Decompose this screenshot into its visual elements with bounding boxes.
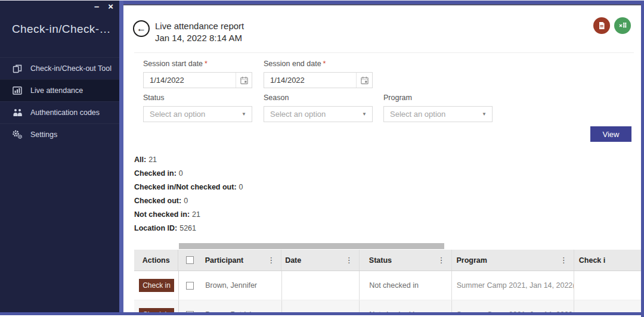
session-end-date-label: Session end date* xyxy=(264,60,326,68)
export-actions xyxy=(593,17,631,34)
column-menu-icon[interactable]: ⋮ xyxy=(345,256,359,265)
excel-icon xyxy=(618,21,627,30)
sidebar-content-divider xyxy=(119,0,123,315)
chart-icon xyxy=(12,86,23,95)
program-cell: Summer Camp 2021, Jan 14, 2022(9:00 A... xyxy=(452,300,574,313)
minimize-icon[interactable]: – xyxy=(94,2,99,11)
table-row: Check in Brown, Jennifer Not checked in … xyxy=(134,271,641,300)
back-button[interactable]: ← xyxy=(133,20,150,37)
column-menu-icon[interactable]: ⋮ xyxy=(438,256,451,265)
season-dropdown[interactable]: Select an option ▼ xyxy=(264,106,373,122)
required-asterisk: * xyxy=(205,60,208,68)
gears-icon xyxy=(12,130,23,139)
column-header-actions: Actions xyxy=(134,250,178,271)
column-label: Program xyxy=(457,256,487,265)
session-start-date-label: Session start date* xyxy=(143,60,208,68)
participant-name: Brown, Jennifer xyxy=(205,281,257,290)
row-checkbox[interactable] xyxy=(186,282,194,290)
sidebar-item-live-attendance[interactable]: Live attendance xyxy=(0,79,119,101)
people-icon xyxy=(12,108,23,117)
app-window: – × Check-in/Check-… Check-in/Check-out … xyxy=(0,0,644,317)
chevron-down-icon: ▼ xyxy=(236,111,252,117)
export-pdf-button[interactable] xyxy=(593,17,610,34)
actions-cell: Check in xyxy=(134,271,179,300)
header-divider xyxy=(134,52,634,53)
status-dropdown[interactable]: Select an option ▼ xyxy=(143,106,252,122)
chevron-down-icon: ▼ xyxy=(357,111,372,117)
program-dropdown[interactable]: Select an option ▼ xyxy=(383,106,493,122)
column-menu-icon[interactable]: ⋮ xyxy=(267,256,281,265)
summary-value: 0 xyxy=(184,197,188,205)
status-value: Not checked in xyxy=(369,281,419,290)
participant-cell: Brown, Patrick xyxy=(201,300,281,313)
column-label: Participant xyxy=(205,256,244,265)
window-title-bar xyxy=(119,0,644,5)
summary-value: 0 xyxy=(239,183,243,191)
calendar-icon[interactable] xyxy=(236,73,252,88)
summary-label: Checked in: xyxy=(134,169,177,178)
sidebar-item-label: Check-in/Check-out Tool xyxy=(30,64,112,73)
table-header-row: Actions Participant⋮ Date⋮ Status⋮ Progr… xyxy=(134,250,641,271)
select-all-checkbox[interactable] xyxy=(186,256,194,264)
window-controls: – × xyxy=(94,2,113,11)
date-cell xyxy=(282,271,360,300)
sidebar-menu: Check-in/Check-out Tool Live attendance xyxy=(0,57,119,145)
date-cell xyxy=(282,300,360,313)
column-header-checkin[interactable]: Check i xyxy=(574,250,641,271)
label-text: Session end date xyxy=(264,60,321,68)
table-row: Check in Brown, Patrick Not checked in S… xyxy=(134,300,641,313)
date-value: 1/14/2022 xyxy=(264,76,356,85)
column-label: Status xyxy=(369,256,392,265)
column-menu-icon[interactable]: ⋮ xyxy=(560,256,574,265)
program-label: Program xyxy=(383,94,412,102)
column-header-participant[interactable]: Participant⋮ xyxy=(201,250,281,271)
dropdown-placeholder: Select an option xyxy=(384,110,476,119)
actions-cell: Check in xyxy=(134,300,179,313)
summary-checked-out: Checked out:0 xyxy=(134,197,243,210)
summary-value: 0 xyxy=(179,169,183,178)
window-top-edge xyxy=(0,0,644,1)
summary-all: All:21 xyxy=(134,156,243,169)
summary-checked-in-not-out: Checked in/Not checked out:0 xyxy=(134,183,243,197)
pdf-icon xyxy=(597,21,606,30)
checkin-time-cell xyxy=(574,271,641,300)
select-all-cell xyxy=(178,250,200,271)
summary-label: Checked in/Not checked out: xyxy=(134,183,237,191)
row-select-cell xyxy=(179,271,201,300)
status-label: Status xyxy=(143,94,164,102)
session-end-date-input[interactable]: 1/14/2022 xyxy=(264,72,373,88)
sidebar-item-label: Settings xyxy=(30,130,57,139)
pages-icon xyxy=(12,64,23,73)
required-asterisk: * xyxy=(323,60,326,68)
column-header-date[interactable]: Date⋮ xyxy=(281,250,360,271)
check-in-button[interactable]: Check in xyxy=(139,279,174,292)
row-select-cell xyxy=(179,300,201,313)
session-start-date-input[interactable]: 1/14/2022 xyxy=(143,72,252,88)
sidebar-item-checkin-checkout-tool[interactable]: Check-in/Check-out Tool xyxy=(0,57,119,79)
chevron-down-icon: ▼ xyxy=(476,111,492,117)
summary-label: All: xyxy=(134,156,146,164)
sidebar-item-label: Live attendance xyxy=(30,86,83,95)
status-cell: Not checked in xyxy=(360,300,452,313)
program-cell: Summer Camp 2021, Jan 14, 2022(9:00 A... xyxy=(452,271,574,300)
column-header-program[interactable]: Program⋮ xyxy=(452,250,574,271)
summary-label: Not checked in: xyxy=(134,210,190,219)
dropdown-placeholder: Select an option xyxy=(264,110,357,119)
column-header-status[interactable]: Status⋮ xyxy=(360,250,452,271)
close-icon[interactable]: × xyxy=(108,2,113,11)
calendar-icon[interactable] xyxy=(356,73,372,88)
window-bottom-border xyxy=(0,312,644,315)
column-label: Date xyxy=(285,256,301,265)
view-button[interactable]: View xyxy=(590,126,631,142)
participant-cell: Brown, Jennifer xyxy=(201,271,281,300)
scrollbar-thumb[interactable] xyxy=(179,243,444,249)
summary-value: 5261 xyxy=(179,224,196,232)
horizontal-scrollbar[interactable] xyxy=(134,243,641,250)
summary-value: 21 xyxy=(148,156,157,164)
sidebar-item-authentication-codes[interactable]: Authentication codes xyxy=(0,101,119,123)
summary-value: 21 xyxy=(192,210,200,219)
export-excel-button[interactable] xyxy=(614,17,631,34)
window-right-border xyxy=(641,0,644,317)
sidebar-item-settings[interactable]: Settings xyxy=(0,123,119,145)
summary-label: Checked out: xyxy=(134,197,181,205)
